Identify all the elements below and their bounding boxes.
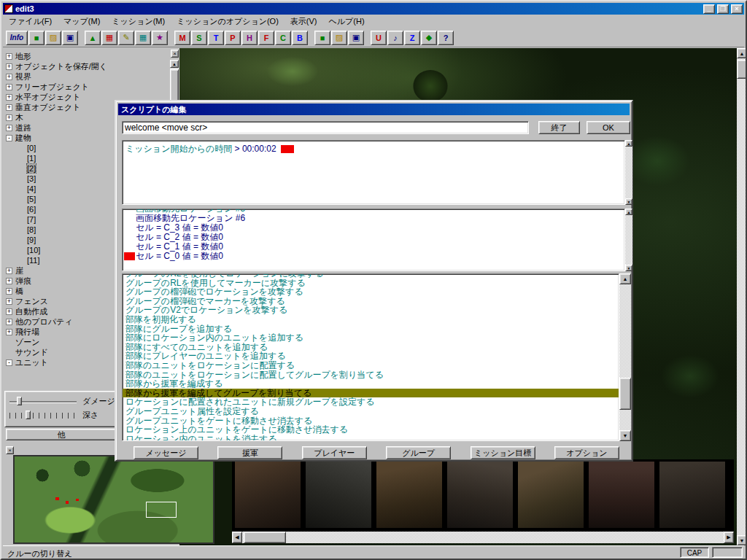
tree-expand-icon[interactable]: + (6, 319, 12, 325)
help-icon[interactable]: ? (438, 31, 454, 45)
marker-b-icon[interactable]: B (292, 31, 308, 45)
scroll-right-icon[interactable]: ▶ (724, 532, 734, 543)
window-titlebar[interactable]: edit3 _ ❐ × (3, 3, 744, 15)
scroll-track[interactable] (619, 284, 631, 430)
scroll-down-icon[interactable]: ▼ (625, 198, 632, 205)
tree-expand-icon[interactable]: + (6, 298, 12, 305)
tree-expand-icon[interactable]: + (6, 278, 12, 284)
tree-expand-icon[interactable]: + (6, 63, 12, 70)
tree-expand-icon[interactable]: + (6, 288, 12, 295)
scroll-down-icon[interactable]: ▼ (625, 265, 632, 271)
menu-item[interactable]: マップ(M) (58, 15, 106, 28)
tree-expand-icon[interactable]: + (6, 308, 12, 315)
minimap-close-icon[interactable]: × (6, 446, 14, 454)
condition-list[interactable]: ミッション開始からの時間 > 00:00:02 (122, 140, 625, 205)
new-map-icon[interactable]: ■ (28, 31, 44, 45)
save-map-icon[interactable]: ▣ (62, 31, 78, 45)
scroll-thumb[interactable] (244, 532, 286, 543)
minimap-viewport[interactable] (146, 502, 177, 518)
open-map-icon[interactable]: ▨ (45, 31, 61, 45)
tree-expand-icon[interactable]: + (6, 94, 12, 101)
new-mission-icon[interactable]: ■ (314, 31, 330, 45)
tree-expand-icon[interactable]: + (6, 268, 12, 274)
scroll-down-icon[interactable]: ▼ (737, 535, 747, 545)
building-thumbnail-3[interactable] (376, 462, 442, 528)
building-thumbnail-2[interactable] (306, 462, 371, 528)
scroll-up-icon[interactable]: ▲ (625, 209, 632, 215)
minimize-button[interactable]: _ (703, 4, 715, 14)
exit-button[interactable]: 終了 (538, 121, 580, 134)
scroll-track[interactable] (737, 58, 747, 535)
scroll-track[interactable] (625, 147, 632, 198)
tree-expand-icon[interactable]: + (6, 104, 12, 111)
marker-t-icon[interactable]: T (208, 31, 224, 45)
scroll-thumb[interactable] (737, 60, 747, 79)
category-tab[interactable]: オプション (554, 446, 619, 459)
damage-slider[interactable] (9, 396, 77, 406)
marker-f-icon[interactable]: F (258, 31, 274, 45)
building-thumbnail-5[interactable] (518, 462, 584, 528)
command-item[interactable]: グループのV2でロケーションを攻撃する (123, 306, 619, 315)
close-button[interactable]: × (731, 4, 743, 14)
tree-item[interactable]: + オブジェクトを保存/開く (6, 61, 168, 71)
object-tool-icon[interactable]: ✎ (118, 31, 134, 45)
command-list[interactable]: グループのRLを使用してロケーションに攻撃する グループのRLを使用してマーカー… (122, 273, 619, 441)
star-tool-icon[interactable]: ★ (152, 31, 168, 45)
palette-horizontal-scrollbar[interactable]: ◀ ▶ (232, 532, 734, 543)
tree-item[interactable]: + 視界 (6, 71, 168, 82)
marker-h-icon[interactable]: H (241, 31, 258, 45)
scroll-track[interactable] (625, 215, 632, 265)
condition-row[interactable]: ミッション開始からの時間 > 00:00:02 (123, 141, 624, 158)
scroll-down-icon[interactable]: ▼ (619, 430, 631, 441)
menu-item[interactable]: ミッション(M) (106, 15, 171, 28)
depth-slider[interactable] (9, 410, 77, 420)
marker-c-icon[interactable]: C (275, 31, 291, 45)
tree-expand-icon[interactable]: + (6, 114, 12, 121)
category-tab[interactable]: メッセージ (133, 446, 198, 459)
scroll-thumb[interactable] (619, 378, 631, 410)
action-scrollbar[interactable]: ▲ ▼ (625, 209, 632, 271)
tree-expand-icon[interactable]: - (6, 359, 12, 366)
save-mission-icon[interactable]: ▣ (348, 31, 364, 45)
category-tab[interactable]: 援軍 (217, 446, 282, 459)
tree-item[interactable]: + フリーオブジェクト (6, 82, 168, 92)
speaker-icon[interactable]: ♪ (387, 31, 403, 45)
diamond-icon[interactable]: ◆ (421, 31, 437, 45)
slider-thumb[interactable] (17, 397, 22, 405)
maximize-button[interactable]: ❐ (717, 4, 729, 14)
scroll-up-icon[interactable]: ▲ (619, 273, 631, 284)
open-mission-icon[interactable]: ▨ (331, 31, 347, 45)
terrain-tool-icon[interactable]: ▲ (85, 31, 101, 45)
texture-tool-icon[interactable]: ▦ (101, 31, 117, 45)
panel-close-icon[interactable]: × (171, 50, 179, 58)
building-thumbnail-4[interactable] (447, 462, 513, 528)
action-row[interactable]: セル = C_0 値 = 数値0 (123, 252, 624, 261)
building-thumbnail-1[interactable] (235, 462, 301, 528)
scroll-track[interactable] (242, 532, 724, 543)
command-item[interactable]: ロケーション内のユニットを消去する (123, 435, 619, 441)
dialog-titlebar[interactable]: スクリプトの編集 (118, 104, 630, 115)
slider-thumb[interactable] (26, 411, 31, 419)
scroll-up-icon[interactable]: ▲ (737, 48, 747, 58)
zone-icon[interactable]: Z (404, 31, 420, 45)
scroll-up-icon[interactable]: ▲ (170, 60, 179, 68)
menu-item[interactable]: ミッションのオプション(O) (171, 15, 285, 28)
marker-m-icon[interactable]: M (174, 31, 190, 45)
map-vertical-scrollbar[interactable]: ▲ ▼ (737, 48, 747, 545)
scroll-up-icon[interactable]: ▲ (625, 140, 632, 147)
marker-s-icon[interactable]: S (191, 31, 207, 45)
info-button[interactable]: Info (6, 31, 28, 45)
units-icon[interactable]: U (371, 31, 387, 45)
grid-tool-icon[interactable]: ▦ (135, 31, 151, 45)
marker-p-icon[interactable]: P (225, 31, 241, 45)
category-tab[interactable]: グループ (386, 446, 451, 459)
category-tab[interactable]: ミッション目標 (471, 446, 535, 459)
menu-item[interactable]: 表示(V) (285, 15, 323, 28)
other-button[interactable]: 他 (6, 429, 117, 440)
tree-expand-icon[interactable]: + (6, 53, 12, 60)
tree-expand-icon[interactable]: - (6, 135, 12, 141)
category-tab[interactable]: プレイヤー (302, 446, 367, 459)
action-list[interactable]: 画面移動元ロケーション #5 画面移動先ロケーション #6 セル = C_3 値… (122, 209, 625, 271)
tree-expand-icon[interactable]: + (6, 84, 12, 90)
menu-item[interactable]: ヘルプ(H) (323, 15, 371, 28)
